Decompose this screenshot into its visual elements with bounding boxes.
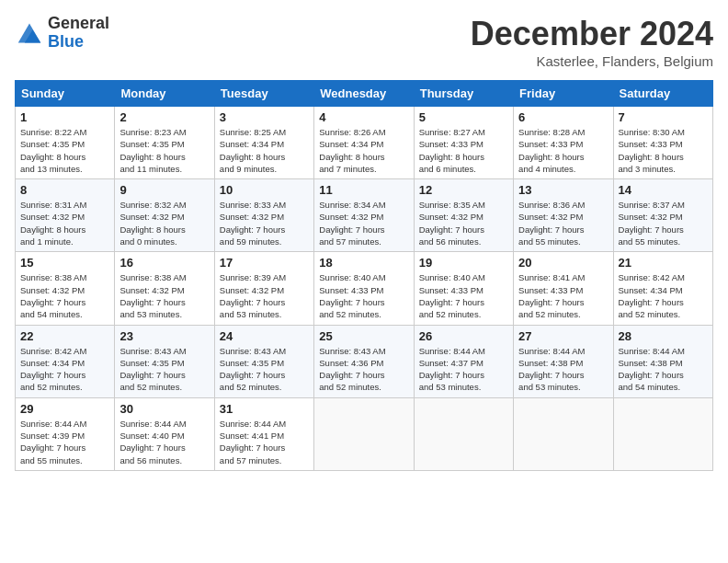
calendar-cell: 27Sunrise: 8:44 AMSunset: 4:38 PMDayligh… [514,325,613,397]
day-number: 5 [419,110,508,124]
day-number: 28 [619,329,708,343]
day-number: 12 [419,183,508,197]
month-title: December 2024 [471,15,713,53]
day-info: Sunrise: 8:42 AMSunset: 4:34 PMDaylight:… [20,345,109,394]
day-info: Sunrise: 8:42 AMSunset: 4:34 PMDaylight:… [619,271,708,320]
calendar-cell: 25Sunrise: 8:43 AMSunset: 4:36 PMDayligh… [314,325,414,397]
day-number: 14 [619,183,708,197]
calendar-cell: 12Sunrise: 8:35 AMSunset: 4:32 PMDayligh… [414,179,513,252]
day-info: Sunrise: 8:44 AMSunset: 4:38 PMDaylight:… [518,345,608,394]
calendar-table: SundayMondayTuesdayWednesdayThursdayFrid… [15,80,713,471]
location: Kasterlee, Flanders, Belgium [471,53,713,69]
day-info: Sunrise: 8:37 AMSunset: 4:32 PMDaylight:… [619,199,708,247]
day-number: 7 [619,110,708,124]
calendar-cell: 14Sunrise: 8:37 AMSunset: 4:32 PMDayligh… [613,179,712,252]
day-info: Sunrise: 8:22 AMSunset: 4:35 PMDaylight:… [20,126,109,175]
column-header-monday: Monday [115,81,214,107]
calendar-cell: 11Sunrise: 8:34 AMSunset: 4:32 PMDayligh… [314,179,414,252]
day-number: 13 [518,183,608,197]
day-info: Sunrise: 8:31 AMSunset: 4:32 PMDaylight:… [20,199,109,247]
logo-general: General [48,15,109,33]
calendar-cell [414,397,513,470]
day-info: Sunrise: 8:44 AMSunset: 4:38 PMDaylight:… [619,345,708,394]
calendar-week-2: 8Sunrise: 8:31 AMSunset: 4:32 PMDaylight… [16,179,713,252]
column-header-thursday: Thursday [414,81,513,107]
day-info: Sunrise: 8:32 AMSunset: 4:32 PMDaylight:… [119,199,209,247]
calendar-cell: 17Sunrise: 8:39 AMSunset: 4:32 PMDayligh… [214,252,313,325]
title-block: December 2024 Kasterlee, Flanders, Belgi… [471,15,713,69]
day-info: Sunrise: 8:44 AMSunset: 4:39 PMDaylight:… [20,418,109,466]
day-number: 31 [220,402,309,416]
day-info: Sunrise: 8:43 AMSunset: 4:36 PMDaylight:… [319,345,408,394]
day-number: 6 [518,110,608,124]
day-number: 3 [220,110,309,124]
calendar-week-1: 1Sunrise: 8:22 AMSunset: 4:35 PMDaylight… [16,107,713,179]
calendar-cell: 24Sunrise: 8:43 AMSunset: 4:35 PMDayligh… [214,325,313,397]
column-header-wednesday: Wednesday [314,81,414,107]
calendar-cell: 20Sunrise: 8:41 AMSunset: 4:33 PMDayligh… [514,252,613,325]
calendar-cell: 28Sunrise: 8:44 AMSunset: 4:38 PMDayligh… [613,325,712,397]
calendar-cell: 26Sunrise: 8:44 AMSunset: 4:37 PMDayligh… [414,325,513,397]
day-number: 19 [419,256,508,270]
day-info: Sunrise: 8:25 AMSunset: 4:34 PMDaylight:… [220,126,309,175]
calendar-cell: 8Sunrise: 8:31 AMSunset: 4:32 PMDaylight… [16,179,115,252]
day-info: Sunrise: 8:27 AMSunset: 4:33 PMDaylight:… [419,126,508,175]
day-info: Sunrise: 8:39 AMSunset: 4:32 PMDaylight:… [220,271,309,320]
calendar-cell: 21Sunrise: 8:42 AMSunset: 4:34 PMDayligh… [613,252,712,325]
day-number: 8 [20,183,109,197]
day-info: Sunrise: 8:38 AMSunset: 4:32 PMDaylight:… [119,271,209,320]
calendar-week-5: 29Sunrise: 8:44 AMSunset: 4:39 PMDayligh… [16,397,713,470]
day-number: 1 [20,110,109,124]
day-info: Sunrise: 8:34 AMSunset: 4:32 PMDaylight:… [319,199,408,247]
day-info: Sunrise: 8:43 AMSunset: 4:35 PMDaylight:… [220,345,309,394]
day-info: Sunrise: 8:35 AMSunset: 4:32 PMDaylight:… [419,199,508,247]
day-number: 16 [119,256,209,270]
day-number: 18 [319,256,408,270]
calendar-cell: 7Sunrise: 8:30 AMSunset: 4:33 PMDaylight… [613,107,712,179]
day-info: Sunrise: 8:26 AMSunset: 4:34 PMDaylight:… [319,126,408,175]
calendar-cell: 15Sunrise: 8:38 AMSunset: 4:32 PMDayligh… [16,252,115,325]
day-info: Sunrise: 8:36 AMSunset: 4:32 PMDaylight:… [518,199,608,247]
day-number: 21 [619,256,708,270]
day-number: 24 [220,329,309,343]
logo-icon [15,20,44,46]
page-header: General Blue December 2024 Kasterlee, Fl… [15,15,713,69]
day-number: 9 [119,183,209,197]
day-info: Sunrise: 8:33 AMSunset: 4:32 PMDaylight:… [220,199,309,247]
calendar-header-row: SundayMondayTuesdayWednesdayThursdayFrid… [16,81,713,107]
calendar-week-4: 22Sunrise: 8:42 AMSunset: 4:34 PMDayligh… [16,325,713,397]
calendar-cell: 9Sunrise: 8:32 AMSunset: 4:32 PMDaylight… [115,179,214,252]
calendar-cell: 16Sunrise: 8:38 AMSunset: 4:32 PMDayligh… [115,252,214,325]
calendar-cell: 22Sunrise: 8:42 AMSunset: 4:34 PMDayligh… [16,325,115,397]
day-number: 27 [518,329,608,343]
day-number: 29 [20,402,109,416]
day-number: 26 [419,329,508,343]
calendar-cell: 13Sunrise: 8:36 AMSunset: 4:32 PMDayligh… [514,179,613,252]
day-info: Sunrise: 8:40 AMSunset: 4:33 PMDaylight:… [319,271,408,320]
column-header-friday: Friday [514,81,613,107]
day-number: 20 [518,256,608,270]
day-info: Sunrise: 8:44 AMSunset: 4:41 PMDaylight:… [220,418,309,466]
calendar-cell: 4Sunrise: 8:26 AMSunset: 4:34 PMDaylight… [314,107,414,179]
calendar-cell: 2Sunrise: 8:23 AMSunset: 4:35 PMDaylight… [115,107,214,179]
day-info: Sunrise: 8:40 AMSunset: 4:33 PMDaylight:… [419,271,508,320]
logo-blue: Blue [48,33,109,52]
calendar-cell: 3Sunrise: 8:25 AMSunset: 4:34 PMDaylight… [214,107,313,179]
calendar-cell: 29Sunrise: 8:44 AMSunset: 4:39 PMDayligh… [16,397,115,470]
day-info: Sunrise: 8:43 AMSunset: 4:35 PMDaylight:… [119,345,209,394]
calendar-cell: 6Sunrise: 8:28 AMSunset: 4:33 PMDaylight… [514,107,613,179]
day-number: 10 [220,183,309,197]
calendar-cell: 10Sunrise: 8:33 AMSunset: 4:32 PMDayligh… [214,179,313,252]
calendar-cell: 30Sunrise: 8:44 AMSunset: 4:40 PMDayligh… [115,397,214,470]
day-info: Sunrise: 8:23 AMSunset: 4:35 PMDaylight:… [119,126,209,175]
calendar-week-3: 15Sunrise: 8:38 AMSunset: 4:32 PMDayligh… [16,252,713,325]
calendar-cell: 19Sunrise: 8:40 AMSunset: 4:33 PMDayligh… [414,252,513,325]
calendar-cell [514,397,613,470]
calendar-cell: 18Sunrise: 8:40 AMSunset: 4:33 PMDayligh… [314,252,414,325]
day-number: 25 [319,329,408,343]
day-info: Sunrise: 8:41 AMSunset: 4:33 PMDaylight:… [518,271,608,320]
day-number: 17 [220,256,309,270]
calendar-cell: 23Sunrise: 8:43 AMSunset: 4:35 PMDayligh… [115,325,214,397]
day-info: Sunrise: 8:28 AMSunset: 4:33 PMDaylight:… [518,126,608,175]
logo: General Blue [15,15,109,52]
